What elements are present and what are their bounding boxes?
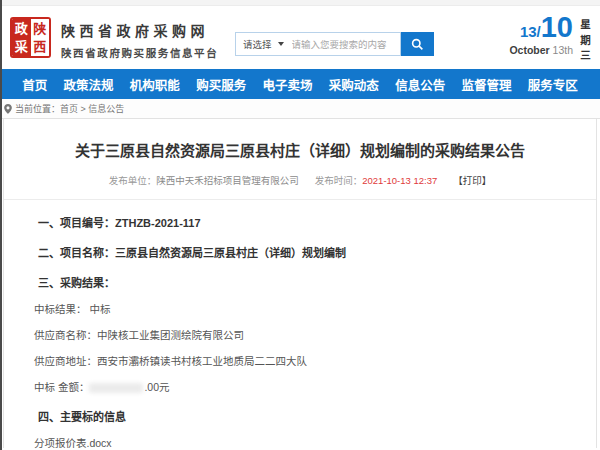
chevron-down-icon <box>278 42 284 46</box>
main-nav: 首页 政策法规 机构职能 购买服务 电子卖场 采购动态 信息公告 监督管理 服务… <box>0 69 600 99</box>
article-body: 一、项目编号：ZTHZB-2021-117 二、项目名称：三原县自然资源局三原县… <box>4 214 596 450</box>
search-input[interactable]: 请输入您要搜索的内容 <box>292 37 400 51</box>
section-project-name: 二、项目名称：三原县自然资源局三原县村庄（详细）规划编制 <box>38 244 568 260</box>
attachment-link[interactable]: 分项报价表.docx <box>34 435 568 450</box>
publish-time-label: 发布时间： <box>315 175 363 186</box>
search-category-select[interactable]: 请选择 <box>236 37 292 51</box>
nav-item-services[interactable]: 服务专区 <box>528 75 578 94</box>
publisher-label: 发布单位： <box>109 175 157 186</box>
supplier-name-line: 供应商名称：中陕核工业集团测绘院有限公司 <box>34 327 568 342</box>
site-title-block: 陕西省政府采购网 陕西省政府购买服务信息平台 <box>61 20 218 60</box>
nav-item-functions[interactable]: 机构职能 <box>130 75 180 94</box>
supplier-addr-line: 供应商地址：西安市灞桥镇读书村核工业地质局二二四大队 <box>34 353 568 368</box>
section-result-heading: 三、采购结果： <box>38 274 568 290</box>
search-bar: 请选择 请输入您要搜索的内容 <box>235 32 434 56</box>
redacted-amount <box>89 383 143 393</box>
publish-time-value: 2021-10-13 12:37 <box>362 175 437 186</box>
search-box: 请选择 请输入您要搜索的内容 <box>235 32 401 56</box>
logo-char: 陕 <box>31 19 50 38</box>
nav-item-dynamics[interactable]: 采购动态 <box>329 75 379 94</box>
date-weekday: 星期三 <box>578 19 593 66</box>
section-subject-heading: 四、主要标的信息 <box>38 408 568 424</box>
bid-amount-label: 中标 金额： <box>34 381 89 393</box>
nav-item-policy[interactable]: 政策法规 <box>63 75 113 94</box>
nav-item-supervision[interactable]: 监督管理 <box>461 75 511 94</box>
content-container: 关于三原县自然资源局三原县村庄（详细）规划编制的采购结果公告 发布单位：陕西中天… <box>3 119 597 448</box>
nav-item-emall[interactable]: 电子卖场 <box>262 75 312 94</box>
article-meta: 发布单位：陕西中天禾招标项目管理有限公司发布时间：2021-10-13 12:3… <box>4 173 596 200</box>
location-pin-icon <box>4 104 12 114</box>
screenshot-left-edge <box>0 0 2 450</box>
date-block: 13/ 10 October 13th <box>509 13 573 56</box>
search-icon <box>411 38 424 51</box>
search-button[interactable] <box>401 32 434 56</box>
bid-amount-suffix: .00元 <box>144 381 169 393</box>
logo-char: 采 <box>12 38 31 57</box>
search-select-label: 请选择 <box>243 37 272 51</box>
article-title: 关于三原县自然资源局三原县村庄（详细）规划编制的采购结果公告 <box>4 119 596 160</box>
site-header: 政 陕 采 西 陕西省政府采购网 陕西省政府购买服务信息平台 请选择 请输入您要… <box>0 6 600 69</box>
breadcrumb-label: 当前位置： <box>15 102 60 115</box>
logo-char: 西 <box>31 38 50 57</box>
site-subtitle: 陕西省政府购买服务信息平台 <box>61 45 218 60</box>
date-month-name: October <box>509 44 549 56</box>
logo-char: 政 <box>12 19 31 38</box>
date-month: 10 <box>541 13 573 42</box>
breadcrumb-path[interactable]: 首页 > 信息公告 <box>60 102 124 115</box>
publisher-value: 陕西中天禾招标项目管理有限公司 <box>156 175 299 186</box>
bid-amount-line: 中标 金额：.00元 <box>34 379 568 394</box>
date-day: 13/ <box>520 23 541 40</box>
site-logo[interactable]: 政 陕 采 西 <box>10 17 51 58</box>
section-project-number: 一、项目编号：ZTHZB-2021-117 <box>38 214 568 230</box>
nav-item-purchase[interactable]: 购买服务 <box>196 75 246 94</box>
date-ordinal: 13th <box>553 44 573 56</box>
print-button[interactable]: 【打印】 <box>453 175 491 186</box>
nav-item-home[interactable]: 首页 <box>22 75 47 94</box>
bid-result-line: 中标结果： 中标 <box>34 301 568 316</box>
breadcrumb: 当前位置： 首页 > 信息公告 <box>0 99 600 119</box>
site-title: 陕西省政府采购网 <box>61 20 218 40</box>
nav-item-notices[interactable]: 信息公告 <box>395 75 445 94</box>
